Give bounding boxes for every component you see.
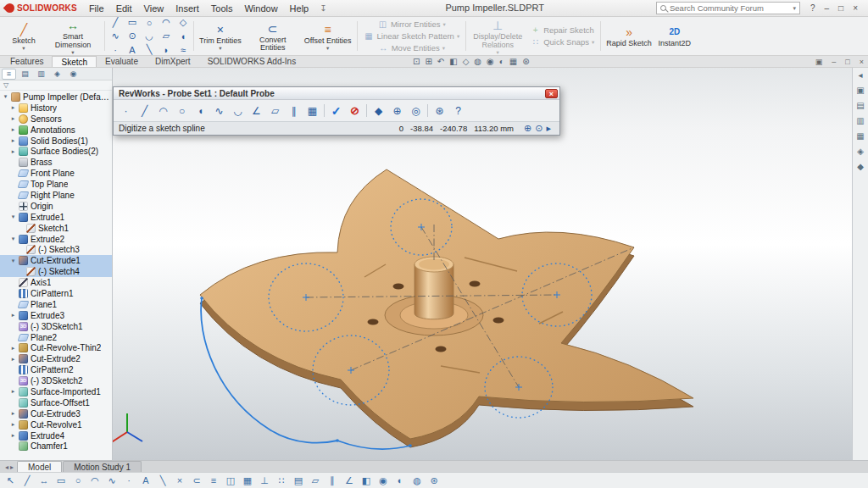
maximize-icon[interactable]: □ xyxy=(838,3,843,14)
tree-row[interactable]: (-) 3DSketch1 xyxy=(0,321,112,332)
previous-view-icon[interactable]: ↶ xyxy=(437,56,444,68)
display-delete-relations-button[interactable]: ⊥ Display/Delete Relations ▾ xyxy=(470,16,526,56)
convert-tool-icon[interactable]: ⊂ xyxy=(190,474,203,487)
menu-item[interactable]: Insert xyxy=(170,2,205,15)
view-settings-icon[interactable]: ⊛ xyxy=(522,56,529,68)
convert-entities-button[interactable]: ⊂ Convert Entities xyxy=(245,19,301,53)
help-icon[interactable]: ? xyxy=(810,3,815,14)
tangent-arc-icon[interactable]: ◡ xyxy=(142,30,157,42)
separator[interactable] xyxy=(366,104,367,117)
view-palette-icon[interactable]: ▦ xyxy=(856,131,864,141)
tree-row[interactable]: Top Plane xyxy=(0,179,112,190)
minimize-icon[interactable]: – xyxy=(825,3,830,14)
probe-circle-icon[interactable]: ○ xyxy=(175,103,189,118)
tree-row[interactable]: Right Plane xyxy=(0,190,112,201)
probe-slot-icon[interactable]: ◖ xyxy=(193,103,208,118)
probe-corner-icon[interactable]: ∠ xyxy=(249,103,264,118)
tree-row[interactable]: ▾ Pump Impeller (Default<<Default>_Disp xyxy=(0,92,112,103)
play-probe-icon[interactable]: ▸ xyxy=(546,123,551,134)
tab-motion-study[interactable]: Motion Study 1 xyxy=(63,461,142,472)
probe-help-icon[interactable]: ? xyxy=(451,103,465,118)
grid-tool-icon[interactable]: ▤ xyxy=(292,474,305,487)
menu-item[interactable]: File xyxy=(83,2,110,15)
tree-row[interactable]: (-) Sketch3 xyxy=(0,244,112,255)
zoom-to-fit-icon[interactable]: ⊡ xyxy=(413,56,420,68)
pin-menu-icon[interactable]: ↧ xyxy=(315,3,331,13)
parallelogram-icon[interactable]: ▱ xyxy=(159,30,174,42)
doc-maximize-icon[interactable]: □ xyxy=(845,58,849,66)
tree-expand-icon[interactable]: ▸ xyxy=(10,432,16,439)
measure-tool-icon[interactable]: ∠ xyxy=(342,474,356,487)
section-view-icon[interactable]: ◧ xyxy=(449,56,457,68)
community-search[interactable]: ▾ xyxy=(656,2,800,14)
instant2d-button[interactable]: 2D Instant2D xyxy=(655,23,694,49)
menu-item[interactable]: Help xyxy=(284,2,315,15)
tree-row[interactable]: (-) 3DSketch2 xyxy=(0,375,112,386)
tree-expand-icon[interactable]: ▸ xyxy=(10,312,16,319)
tree-row[interactable]: Front Plane xyxy=(0,168,112,179)
probe-compensate-icon[interactable]: ⊕ xyxy=(390,103,404,118)
doc-close-icon[interactable]: × xyxy=(860,58,864,66)
probe-grid-icon[interactable]: ▦ xyxy=(305,103,320,118)
close-icon[interactable]: × xyxy=(545,89,558,98)
mirror-tool-icon[interactable]: ◫ xyxy=(224,474,237,487)
tree-expand-icon[interactable]: ▸ xyxy=(10,356,16,363)
centerline-icon[interactable]: ╲ xyxy=(142,44,157,55)
displaymanager-tab[interactable]: ◉ xyxy=(66,69,81,80)
featuremanager-tab[interactable]: ≡ xyxy=(2,69,16,80)
rectangle-icon[interactable]: ▭ xyxy=(125,17,140,28)
tree-row[interactable]: Origin xyxy=(0,201,112,212)
probe-settings-icon[interactable]: ⊛ xyxy=(432,103,447,118)
dimxpertmanager-tab[interactable]: ◈ xyxy=(50,69,64,80)
command-tab[interactable]: DimXpert xyxy=(147,56,199,67)
command-tab[interactable]: SOLIDWORKS Add-Ins xyxy=(199,56,304,67)
doc-minimize-icon[interactable]: – xyxy=(832,58,836,66)
offset-entities-button[interactable]: ≡ Offset Entities ▾ xyxy=(303,20,353,53)
tree-row[interactable]: ▸ Cut-Revolve-Thin2 xyxy=(0,342,112,353)
tree-row[interactable]: ▸ Solid Bodies(1) xyxy=(0,136,112,147)
accept-icon[interactable]: ✓ xyxy=(329,103,343,118)
menu-item[interactable]: Tools xyxy=(205,2,239,15)
view-orientation-icon[interactable]: ◇ xyxy=(463,56,470,68)
display-style-icon[interactable]: ◍ xyxy=(474,56,481,68)
resources-icon[interactable]: ▣ xyxy=(856,86,864,95)
section-tool-icon[interactable]: ◧ xyxy=(359,474,373,487)
snap-tool-icon[interactable]: ∷ xyxy=(275,474,288,487)
command-tab[interactable]: Evaluate xyxy=(97,56,147,67)
hide-show-icon[interactable]: ◉ xyxy=(487,56,494,68)
configurationmanager-tab[interactable]: ▥ xyxy=(34,69,48,80)
tree-row[interactable]: Axis1 xyxy=(0,277,112,288)
linear-sketch-pattern-button[interactable]: ▦ Linear Sketch Pattern ▾ xyxy=(361,30,463,42)
text-tool-icon[interactable]: A xyxy=(139,474,153,487)
tab-scroll-arrows[interactable]: ◂ ▸ xyxy=(2,463,17,472)
tree-row[interactable]: ▸ Cut-Revolve1 xyxy=(0,419,112,430)
trim-tool-icon[interactable]: × xyxy=(173,474,186,487)
perimeter-circle-icon[interactable]: ⊙ xyxy=(125,30,140,42)
tree-row[interactable]: CirPattern2 xyxy=(0,364,112,375)
edit-appearance-icon[interactable]: ◐ xyxy=(499,56,504,68)
probe-point-icon[interactable]: · xyxy=(119,103,133,118)
tree-row[interactable]: Plane2 xyxy=(0,332,112,343)
tree-row[interactable]: (-) Sketch4 xyxy=(0,266,112,277)
point-icon[interactable]: · xyxy=(108,45,123,55)
filter-icon[interactable]: ▽ xyxy=(3,81,8,89)
probe-axis-icon[interactable]: ∥ xyxy=(287,103,301,118)
probe-dialog-titlebar[interactable]: RevWorks - Probe Set1 : Default Probe × xyxy=(114,87,559,100)
close-icon[interactable]: × xyxy=(853,3,858,14)
tab-model[interactable]: Model xyxy=(17,461,62,472)
menu-item[interactable]: Window xyxy=(238,2,283,15)
appearance-tool-icon[interactable]: ◐ xyxy=(393,474,407,487)
tree-expand-icon[interactable]: ▸ xyxy=(10,104,16,111)
tree-row[interactable]: ▸ History xyxy=(0,103,112,114)
tree-expand-icon[interactable]: ▸ xyxy=(10,126,16,133)
menu-item[interactable]: View xyxy=(138,2,170,15)
ellipse-icon[interactable]: ◗ xyxy=(159,45,174,55)
search-input[interactable] xyxy=(670,3,789,13)
relations-tool-icon[interactable]: ⊥ xyxy=(258,474,271,487)
design-library-icon[interactable]: ▤ xyxy=(856,101,864,110)
tree-row[interactable]: ▸ Annotations xyxy=(0,125,112,136)
probe-arc-icon[interactable]: ◠ xyxy=(156,103,170,118)
command-tab[interactable]: Sketch xyxy=(52,56,97,67)
tree-row[interactable]: ▸ Surface Bodies(2) xyxy=(0,146,112,157)
menu-item[interactable]: Edit xyxy=(110,2,138,15)
